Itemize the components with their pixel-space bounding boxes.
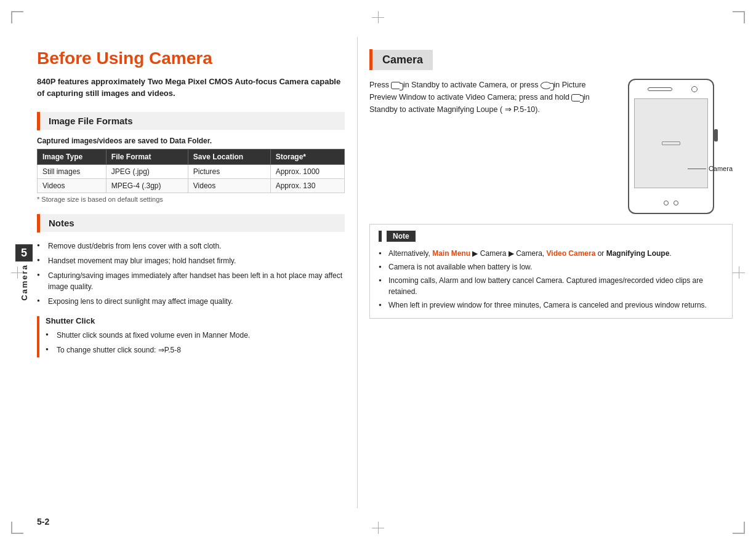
table-cell: Still images [38,164,107,178]
camera-section-title: Camera [372,50,433,70]
phone-screen [634,98,708,188]
list-item: Handset movement may blur images; hold h… [37,253,345,268]
camera-description: Press in Standby to activate Camera, or … [369,79,600,214]
phone-illustration [628,79,714,214]
col-save-location: Save Location [188,149,270,164]
chapter-label: Camera [20,264,29,301]
camera-text-press: Press [369,81,391,89]
table-cell: JPEG (.jpg) [106,164,188,178]
table-row: Still imagesJPEG (.jpg)PicturesApprox. 1… [38,164,345,178]
corner-mark-bl [11,522,23,534]
camera-icon-1 [391,82,401,89]
note-title: Note [387,231,416,242]
note-item-1: Alternatively, Main Menu ▶ Camera ▶ Came… [379,247,723,260]
phone-speaker [648,87,672,91]
image-formats-table: Image Type File Format Save Location Sto… [37,149,345,193]
shutter-bullet-list: Shutter click sounds at fixed volume eve… [46,328,345,357]
note-box: Note Alternatively, Main Menu ▶ Camera ▶… [369,224,733,319]
table-cell: MPEG-4 (.3gp) [106,178,188,193]
page-title: Before Using Camera [37,49,345,68]
table-intro: Captured images/videos are saved to Data… [37,137,345,145]
magnifying-loupe-link: Magnifying Loupe [606,249,670,258]
right-column: Camera Press in Standby to activate Came… [369,49,733,319]
camera-text-standby: in Standby to activate Camera, or press [403,81,541,89]
corner-mark-tr [733,11,745,23]
table-cell: Approx. 1000 [270,164,344,178]
table-footnote: * Storage size is based on default setti… [37,196,345,203]
note-bar [379,231,382,242]
section-title-notes: Notes [40,214,345,232]
chapter-number: 5 [15,244,33,261]
note-item-4: When left in preview window for three mi… [379,298,723,312]
crosshair-top [372,11,384,23]
phone-screen-rect [662,141,680,145]
intro-text: 840P features approximately Two Mega Pix… [37,76,345,100]
note-item-3: Incoming calls, Alarm and low battery ca… [379,274,723,298]
camera-label-line [688,169,706,169]
list-item: Exposing lens to direct sunlight may aff… [37,294,345,309]
chapter-tab: 5 Camera [15,244,33,301]
col-image-type: Image Type [38,149,107,164]
table-cell: Videos [38,178,107,193]
crosshair-bottom [372,522,384,534]
table-section: Captured images/videos are saved to Data… [37,137,345,203]
note-header: Note [379,231,723,242]
image-formats-section-header: Image File Formats [37,112,345,130]
list-item: Capturing/saving images immediately afte… [37,268,345,294]
camera-image-area: Camera [609,79,733,214]
main-menu-link: Main Menu [432,249,470,258]
shutter-click-title: Shutter Click [46,316,345,325]
note-item-2: Camera is not available when battery is … [379,260,723,274]
notes-section-header: Notes [37,214,345,233]
column-divider [357,37,358,508]
crosshair-right [733,266,745,279]
table-row: VideosMPEG-4 (.3gp)VideosApprox. 130 [38,178,345,193]
left-column: Before Using Camera 840P features approx… [37,49,345,365]
camera-content-area: Press in Standby to activate Camera, or … [369,79,733,214]
camera-label-text: Camera [709,165,733,172]
notes-bullet-list: Remove dust/debris from lens cover with … [37,239,345,309]
list-item: To change shutter click sound: ⇒P.5-8 [46,343,345,357]
phone-camera-dot [691,86,698,92]
section-title-image-formats: Image File Formats [40,112,345,130]
camera-section-header: Camera [369,49,733,70]
page-number: 5-2 [37,517,49,527]
col-file-format: File Format [106,149,188,164]
phone-dot-1 [664,201,669,205]
shutter-click-section: Shutter Click Shutter click sounds at fi… [37,316,345,357]
camera-label: Camera [688,165,733,172]
video-camera-link: Video Camera [547,249,596,258]
table-cell: Videos [188,178,270,193]
list-item: Remove dust/debris from lens cover with … [37,239,345,253]
table-cell: Pictures [188,164,270,178]
camera-text-ref-icon: ⇒ [505,105,512,114]
camera-icon-3 [571,94,581,101]
phone-side-button [714,129,718,141]
phone-bottom-buttons [664,201,678,205]
corner-mark-tl [11,11,23,23]
corner-mark-br [733,522,745,534]
notes-section: Notes Remove dust/debris from lens cover… [37,214,345,357]
table-header-row: Image Type File Format Save Location Sto… [38,149,345,164]
note-list: Alternatively, Main Menu ▶ Camera ▶ Came… [379,247,723,312]
phone-dot-2 [674,201,678,205]
camera-icon-2 [541,82,552,89]
camera-text-ref: P.5-10). [513,105,540,114]
list-item: Shutter click sounds at fixed volume eve… [46,328,345,343]
table-cell: Approx. 130 [270,178,344,193]
col-storage: Storage* [270,149,344,164]
